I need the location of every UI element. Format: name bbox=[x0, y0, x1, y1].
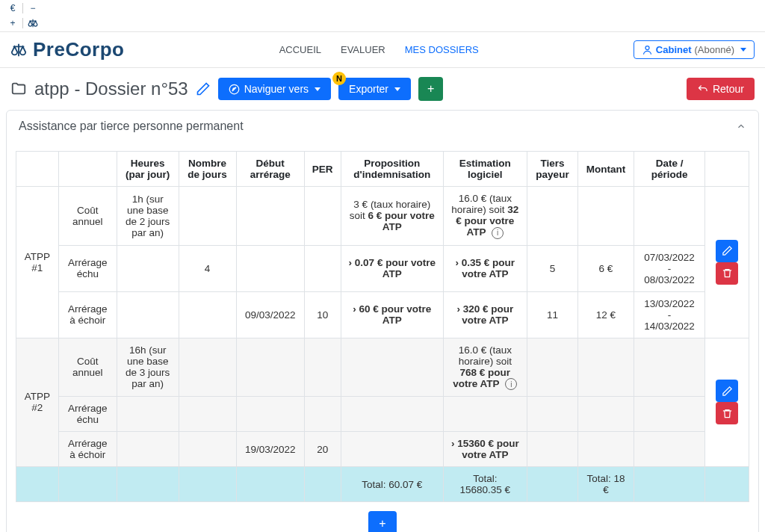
nav-evaluer[interactable]: EVALUER bbox=[341, 44, 385, 55]
total-estimation: Total: 15680.35 € bbox=[443, 467, 527, 502]
th-estimation: Estimation logiciel bbox=[443, 152, 527, 187]
cell-proposition: › 60 € pour votre ATP bbox=[341, 291, 443, 338]
cell-debut: 19/03/2022 bbox=[236, 432, 304, 467]
chevron-up-icon bbox=[736, 121, 746, 132]
edit-icon[interactable] bbox=[196, 81, 211, 96]
nav-mesdossiers[interactable]: MES DOSSIERS bbox=[405, 44, 479, 55]
th-date: Date / période bbox=[634, 152, 705, 187]
row-label: Coût annuel bbox=[58, 187, 117, 246]
svg-marker-2 bbox=[232, 87, 236, 91]
add-row-button[interactable]: + bbox=[368, 511, 396, 532]
info-icon[interactable]: i bbox=[505, 378, 517, 390]
naviguer-label: Naviguer vers bbox=[244, 83, 309, 95]
euro-icon: € bbox=[6, 1, 19, 15]
cell-heures: 1h (sur une base de 2 jours par an) bbox=[117, 187, 179, 246]
delete-button[interactable] bbox=[716, 402, 738, 424]
cell-date: 07/03/2022 - 08/03/2022 bbox=[634, 245, 705, 291]
row-label: Coût annuel bbox=[58, 338, 117, 397]
user-icon bbox=[642, 44, 653, 55]
total-proposition: Total: 60.07 € bbox=[341, 467, 443, 502]
panel-title: Assistance par tierce personne permanent bbox=[19, 120, 244, 133]
new-badge: N bbox=[332, 72, 346, 85]
cell-estimation: 16.0 € (taux horaire) soit 32 € pour vot… bbox=[443, 187, 527, 246]
total-montant: Total: 18 € bbox=[578, 467, 634, 502]
row-label: Arrérage à échoir bbox=[58, 291, 117, 338]
th-montant: Montant bbox=[578, 152, 634, 187]
table-row: ATPP #1 Coût annuel 1h (sur une base de … bbox=[16, 187, 749, 246]
logo-text: PreCorpo bbox=[33, 38, 124, 61]
plus-icon: + bbox=[427, 82, 434, 96]
exporter-label: Exporter bbox=[349, 83, 388, 95]
scales-icon bbox=[26, 16, 40, 30]
plus-icon: + bbox=[379, 517, 385, 531]
top-util-bar: € − + bbox=[0, 0, 765, 32]
atpp-table: Heures (par jour) Nombre de jours Début … bbox=[16, 151, 749, 502]
panel-header[interactable]: Assistance par tierce personne permanent bbox=[7, 111, 758, 142]
row-label: Arrérage échu bbox=[58, 397, 117, 432]
th-per: PER bbox=[304, 152, 341, 187]
atpp1-label: ATPP #1 bbox=[16, 187, 59, 338]
compass-icon bbox=[229, 84, 240, 95]
page-title: atpp - Dossier n°53 bbox=[10, 78, 211, 99]
th-heures: Heures (par jour) bbox=[117, 152, 179, 187]
table-row: ATPP #2 Coût annuel 16h (sur une base de… bbox=[16, 338, 749, 397]
actions-cell bbox=[705, 187, 749, 338]
pencil-icon bbox=[722, 245, 733, 256]
cell-estimation: 16.0 € (taux horaire) soit 768 € pour vo… bbox=[443, 338, 527, 397]
main-header: PreCorpo ACCUEIL EVALUER MES DOSSIERS Ca… bbox=[0, 32, 765, 68]
th-blank2 bbox=[58, 152, 117, 187]
page-title-text: atpp - Dossier n°53 bbox=[34, 78, 188, 99]
actions-cell bbox=[705, 338, 749, 467]
edit-button[interactable] bbox=[716, 240, 738, 262]
scales-icon bbox=[10, 42, 27, 58]
info-icon[interactable]: i bbox=[492, 227, 504, 239]
table-row: Arrérage échu 4 › 0.07 € pour votre ATP … bbox=[16, 245, 749, 291]
retour-label: Retour bbox=[713, 83, 744, 95]
nav-accueil[interactable]: ACCUEIL bbox=[279, 44, 321, 55]
titlebar: atpp - Dossier n°53 Naviguer vers N Expo… bbox=[0, 68, 765, 110]
cell-montant: 12 € bbox=[578, 291, 634, 338]
trash-icon bbox=[722, 408, 733, 419]
naviguer-button[interactable]: Naviguer vers bbox=[218, 78, 331, 100]
table-row: Arrérage à échoir 19/03/2022 20 › 15360 … bbox=[16, 432, 749, 467]
th-proposition: Proposition d'indemnisation bbox=[341, 152, 443, 187]
add-button[interactable]: + bbox=[418, 77, 443, 101]
delete-button[interactable] bbox=[716, 262, 738, 285]
trash-icon bbox=[722, 267, 733, 279]
cell-jours: 4 bbox=[179, 245, 236, 291]
cell-montant: 6 € bbox=[578, 245, 634, 291]
table-row: Arrérage échu bbox=[16, 397, 749, 432]
atpp-panel: Assistance par tierce personne permanent… bbox=[6, 110, 759, 532]
cell-date: 13/03/2022 - 14/03/2022 bbox=[634, 291, 705, 338]
total-row: Total: 60.07 € Total: 15680.35 € Total: … bbox=[16, 467, 749, 502]
nav: ACCUEIL EVALUER MES DOSSIERS bbox=[279, 44, 479, 55]
svg-point-0 bbox=[645, 46, 649, 50]
cell-proposition: › 0.07 € pour votre ATP bbox=[341, 245, 443, 291]
minus-icon: − bbox=[26, 1, 40, 15]
retour-button[interactable]: Retour bbox=[687, 78, 755, 100]
cell-estimation: › 320 € pour votre ATP bbox=[443, 291, 527, 338]
cell-debut: 09/03/2022 bbox=[236, 291, 304, 338]
cell-proposition: 3 € (taux horaire) soit 6 € pour votre A… bbox=[341, 187, 443, 246]
th-blank1 bbox=[16, 152, 59, 187]
cell-estimation: › 15360 € pour votre ATP bbox=[443, 432, 527, 467]
exporter-button[interactable]: N Exporter bbox=[338, 78, 411, 100]
row-label: Arrérage à échoir bbox=[58, 432, 117, 467]
cabinet-dropdown[interactable]: Cabinet(Abonné) bbox=[634, 40, 755, 59]
pencil-icon bbox=[722, 386, 733, 397]
cell-heures: 16h (sur une base de 3 jours par an) bbox=[117, 338, 179, 397]
back-arrow-icon bbox=[697, 84, 708, 95]
cabinet-sub: (Abonné) bbox=[695, 44, 734, 55]
cell-per: 20 bbox=[304, 432, 341, 467]
logo[interactable]: PreCorpo bbox=[10, 38, 124, 61]
chevron-down-icon bbox=[740, 48, 746, 52]
cell-per: 10 bbox=[304, 291, 341, 338]
atpp2-label: ATPP #2 bbox=[16, 338, 59, 467]
edit-button[interactable] bbox=[716, 380, 738, 402]
plus-icon: + bbox=[6, 16, 19, 30]
th-jours: Nombre de jours bbox=[179, 152, 236, 187]
table-row: Arrérage à échoir 09/03/2022 10 › 60 € p… bbox=[16, 291, 749, 338]
th-debut: Début arrérage bbox=[236, 152, 304, 187]
folder-icon bbox=[10, 81, 27, 97]
cabinet-label: Cabinet bbox=[656, 44, 692, 55]
